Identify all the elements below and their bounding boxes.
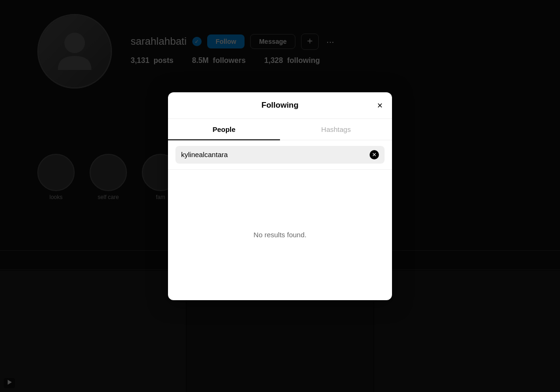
modal-overlay[interactable]: Following × People Hashtags ✕ No results… <box>0 0 560 392</box>
clear-icon: ✕ <box>372 151 377 158</box>
modal-title: Following <box>261 101 298 110</box>
no-results-text: No results found. <box>253 231 306 239</box>
tab-hashtags[interactable]: Hashtags <box>280 119 392 140</box>
modal-close-button[interactable]: × <box>375 99 385 112</box>
tab-hashtags-label: Hashtags <box>321 125 350 133</box>
tab-people-label: People <box>212 125 235 133</box>
following-modal: Following × People Hashtags ✕ No results… <box>168 92 392 300</box>
search-clear-button[interactable]: ✕ <box>370 150 379 159</box>
search-input[interactable] <box>181 151 370 158</box>
search-inner: ✕ <box>175 146 385 164</box>
search-wrapper: ✕ <box>168 140 392 170</box>
modal-tabs: People Hashtags <box>168 119 392 140</box>
modal-body: No results found. <box>168 170 392 300</box>
tab-people[interactable]: People <box>168 119 280 140</box>
modal-header: Following × <box>168 92 392 119</box>
